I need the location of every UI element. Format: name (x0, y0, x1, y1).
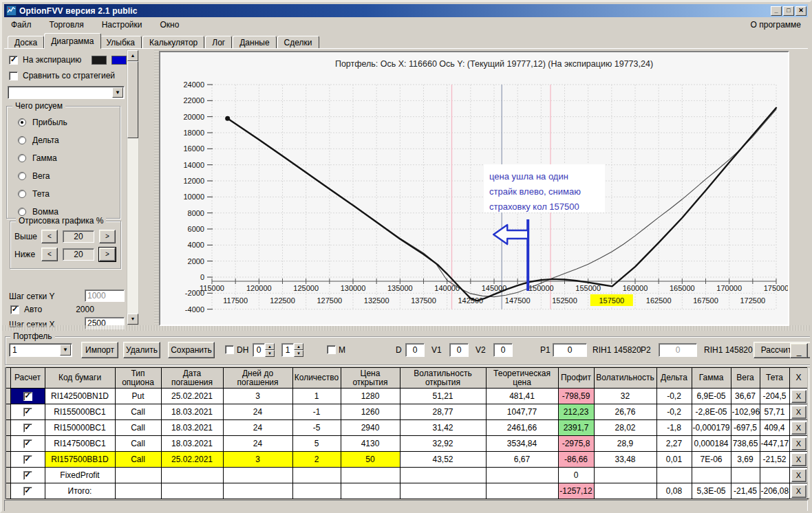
tab-kalkulyator[interactable]: Калькулятор (142, 36, 204, 49)
draw-option-label: Вомма (32, 207, 58, 217)
radio-icon[interactable] (18, 190, 26, 198)
above-value-field[interactable]: 20 (63, 230, 94, 243)
compare-strategy-checkbox[interactable] (9, 72, 18, 80)
chevron-down-icon[interactable]: ▼ (112, 87, 123, 98)
auto-grid-checkbox[interactable] (10, 305, 19, 314)
tab-doska[interactable]: Доска (8, 36, 44, 49)
v2-field[interactable]: 0 (493, 343, 513, 357)
radio-icon[interactable] (18, 118, 26, 127)
spin-up-icon[interactable]: ▲ (265, 343, 275, 350)
p1-field[interactable]: 0 (553, 343, 587, 357)
expiration-color-swatch[interactable] (92, 56, 107, 65)
import-button[interactable]: Импорт (81, 342, 118, 358)
remove-row-button[interactable]: X (791, 469, 806, 482)
remove-row-button[interactable]: X (791, 437, 806, 450)
value-cell: 24 (223, 404, 292, 420)
calc-checkbox[interactable] (23, 408, 32, 417)
menu-window[interactable]: Окно (160, 20, 180, 30)
spin-down-icon[interactable]: ▼ (294, 350, 303, 357)
remove-row-button[interactable]: X (791, 390, 806, 403)
annotation-note: цена ушла на одинстрайк влево, снимаюстр… (484, 164, 605, 212)
draw-option-Дельта[interactable]: Дельта (7, 131, 120, 149)
tab-diagramma[interactable]: Диаграмма (44, 33, 100, 49)
svg-text:137500: 137500 (411, 296, 436, 305)
security-code-cell: Итого: (45, 483, 115, 499)
chevron-down-icon[interactable]: ▼ (60, 345, 71, 356)
svg-text:14000: 14000 (183, 161, 204, 169)
scroll-up-icon[interactable]: ▲ (127, 50, 138, 61)
payoff-chart[interactable]: -4000-2000020004000600080001000012000140… (159, 51, 789, 326)
v1-field[interactable]: 0 (449, 343, 469, 357)
calc-checkbox[interactable] (23, 471, 32, 480)
menu-about[interactable]: О программе (751, 20, 801, 30)
on-expiration-checkbox[interactable] (9, 56, 18, 65)
svg-text:160000: 160000 (623, 284, 648, 292)
draw-option-Гамма[interactable]: Гамма (7, 149, 120, 167)
svg-text:страйк влево, снимаю: страйк влево, снимаю (489, 186, 581, 197)
sidebar-scrollbar[interactable]: ▲ ▼ (127, 50, 139, 325)
table-scrollbar[interactable] (807, 367, 812, 499)
radio-icon[interactable] (18, 136, 26, 144)
dh-spinner-2[interactable]: 1▲▼ (281, 343, 303, 357)
draw-option-Прибыль[interactable]: Прибыль (7, 113, 120, 131)
above-increment-button[interactable]: > (99, 230, 116, 243)
p2-field[interactable]: 0 (659, 343, 697, 357)
value-cell: 6,9E-05 (692, 389, 731, 404)
tab-ulybka[interactable]: Улыбка (100, 36, 142, 49)
dh-checkbox[interactable] (225, 345, 234, 354)
d-field[interactable]: 0 (405, 343, 425, 357)
value-cell (594, 483, 656, 499)
radio-icon[interactable] (18, 154, 26, 162)
calc-checkbox[interactable] (23, 455, 32, 464)
grid-step-y-field[interactable]: 1000 (85, 290, 125, 302)
below-value-field[interactable]: 20 (63, 248, 94, 261)
menu-settings[interactable]: Настройки (102, 20, 142, 30)
remove-row-button[interactable]: X (791, 485, 806, 498)
svg-text:24000: 24000 (183, 80, 204, 89)
current-color-swatch[interactable] (111, 56, 127, 65)
radio-icon[interactable] (18, 208, 26, 216)
tab-dannye[interactable]: Данные (233, 36, 276, 49)
menu-file[interactable]: Файл (11, 20, 32, 30)
close-button[interactable]: ✕ (795, 6, 806, 16)
value-cell: 409,4 (760, 420, 789, 436)
minimize-button[interactable]: _ (771, 6, 782, 16)
spin-up-icon[interactable]: ▲ (294, 343, 303, 350)
value-cell: 28,77 (400, 404, 486, 420)
below-decrement-button[interactable]: < (41, 248, 58, 261)
tab-log[interactable]: Лог (205, 36, 232, 49)
remove-row-button[interactable]: X (791, 422, 806, 435)
scroll-down-icon[interactable]: ▼ (127, 314, 138, 325)
value-cell: -5 (292, 420, 341, 436)
above-decrement-button[interactable]: < (41, 230, 58, 243)
tab-sdelki[interactable]: Сделки (277, 36, 319, 49)
below-increment-button[interactable]: > (99, 248, 116, 261)
collapse-button[interactable]: _ (790, 343, 808, 358)
menu-trading[interactable]: Торговля (50, 20, 84, 30)
maximize-button[interactable]: □ (783, 6, 794, 16)
scrollbar-thumb[interactable] (127, 61, 138, 138)
portfolio-select[interactable]: 1 ▼ (9, 343, 72, 357)
spin-down-icon[interactable]: ▼ (265, 350, 275, 357)
calc-checkbox[interactable] (23, 424, 32, 433)
calc-checkbox[interactable] (23, 392, 32, 401)
draw-option-Тета[interactable]: Тета (7, 185, 120, 203)
strategy-select[interactable]: ▼ (8, 86, 125, 99)
title-bar[interactable]: OptionFVV версия 2.1 public _ □ ✕ (4, 4, 808, 17)
value-cell: 2940 (341, 420, 400, 436)
svg-text:157500: 157500 (599, 296, 624, 305)
remove-row-button[interactable]: X (791, 453, 806, 466)
m-checkbox[interactable] (327, 345, 336, 354)
remove-row-button[interactable]: X (791, 406, 806, 419)
value-cell: 25.02.2021 (161, 389, 223, 404)
save-button[interactable]: Сохранить (168, 342, 215, 358)
draw-option-Вега[interactable]: Вега (7, 167, 120, 185)
calc-checkbox[interactable] (23, 439, 32, 448)
table-row: RI150000BC1Call18.03.202124-5294031,4224… (6, 420, 808, 436)
calc-checkbox[interactable] (23, 487, 32, 496)
radio-icon[interactable] (18, 172, 26, 180)
delete-button[interactable]: Удалить (123, 342, 160, 358)
svg-text:18000: 18000 (183, 129, 204, 137)
value-cell: 28,9 (594, 436, 656, 452)
dh-spinner-1[interactable]: 0▲▼ (253, 343, 275, 357)
